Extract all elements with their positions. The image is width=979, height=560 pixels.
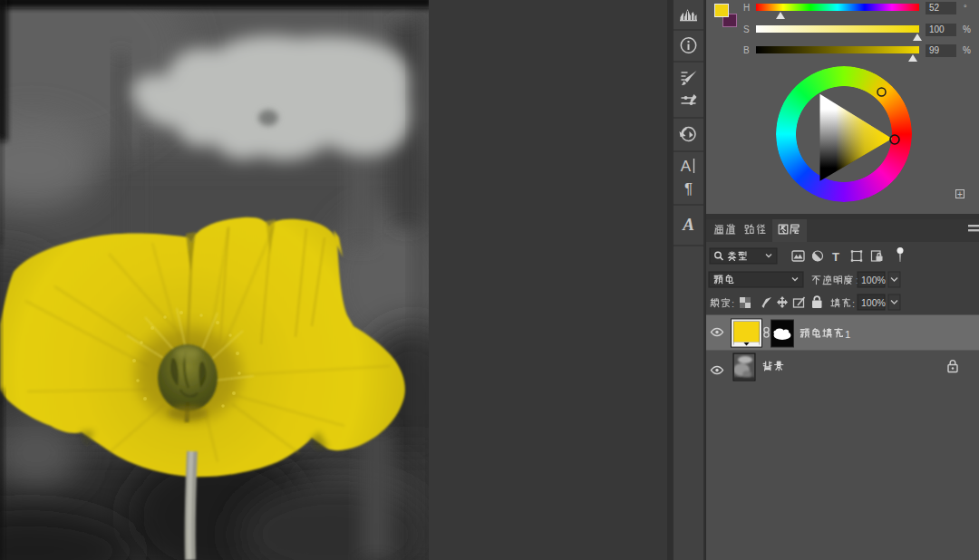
svg-text:1: 1: [845, 329, 850, 340]
svg-text:100%: 100%: [861, 297, 886, 308]
svg-text::: :: [732, 298, 734, 309]
svg-text::: :: [852, 298, 855, 309]
svg-text:A: A: [681, 158, 692, 175]
svg-text:100%: 100%: [861, 275, 886, 285]
svg-text:T: T: [832, 250, 839, 264]
svg-text:¶: ¶: [684, 180, 693, 198]
svg-text:A: A: [682, 215, 694, 234]
